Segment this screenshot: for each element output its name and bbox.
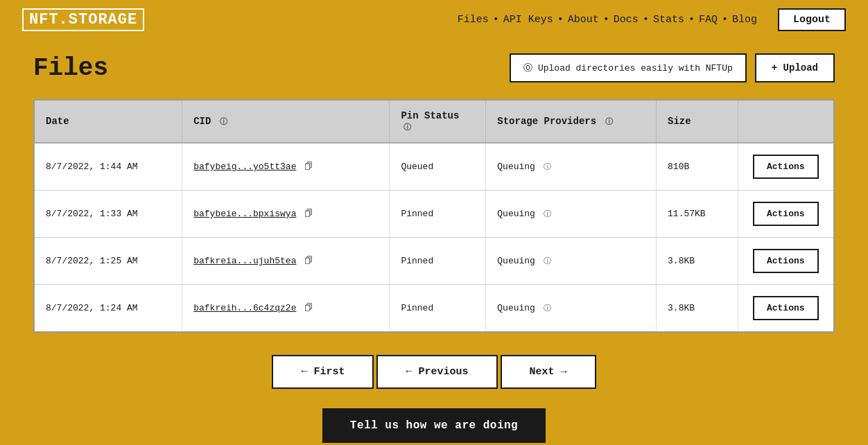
table-row: 8/7/2022, 1:44 AM bafybeig...yo5tt3ae 🗍 …	[34, 143, 834, 191]
col-header-size: Size	[657, 100, 738, 143]
nav-about[interactable]: About	[568, 14, 599, 26]
files-action-buttons: ⓪ Upload directories easily with NFTUp +…	[510, 53, 835, 82]
cell-actions-1: Actions	[738, 191, 834, 238]
queuing-info-icon-1[interactable]: ⓘ	[544, 209, 551, 219]
copy-icon-3[interactable]: 🗍	[304, 303, 313, 313]
cid-link-3[interactable]: bafkreih...6c4zqz2e	[193, 303, 296, 313]
feedback-bar: Tell us how we are doing	[33, 408, 835, 443]
cell-date-2: 8/7/2022, 1:25 AM	[34, 238, 182, 285]
main-nav: Files • API Keys • About • Docs • Stats …	[458, 8, 846, 31]
storage-info-icon[interactable]: ⓘ	[605, 116, 613, 127]
cell-cid-2: bafkreia...ujuh5tea 🗍	[182, 238, 390, 285]
cell-pin-2: Pinned	[390, 238, 486, 285]
cell-date-1: 8/7/2022, 1:33 AM	[34, 191, 182, 238]
nav-dot-6: •	[722, 14, 728, 26]
first-button[interactable]: ← First	[272, 355, 374, 389]
col-header-pin-status: Pin Status ⓘ	[390, 100, 486, 143]
cid-info-icon[interactable]: ⓘ	[220, 116, 227, 127]
files-table: Date CID ⓘ Pin Status ⓘ Storage Provider…	[33, 99, 835, 333]
cell-pin-3: Pinned	[390, 285, 486, 333]
nav-dot-5: •	[688, 14, 695, 26]
nav-dot-2: •	[557, 14, 564, 26]
pin-info-icon[interactable]: ⓘ	[403, 122, 411, 132]
cid-link-1[interactable]: bafybeie...bpxiswya	[193, 209, 296, 219]
cell-date-0: 8/7/2022, 1:44 AM	[34, 143, 182, 191]
cell-storage-3: Queuing ⓘ	[486, 285, 657, 333]
nav-faq[interactable]: FAQ	[699, 14, 718, 26]
next-button[interactable]: Next →	[501, 355, 596, 389]
cell-size-3: 3.8KB	[657, 285, 738, 333]
cell-actions-2: Actions	[738, 238, 834, 285]
nav-dot-3: •	[603, 14, 609, 26]
cell-actions-3: Actions	[738, 285, 834, 333]
table-row: 8/7/2022, 1:33 AM bafybeie...bpxiswya 🗍 …	[34, 191, 834, 238]
copy-icon-1[interactable]: 🗍	[304, 209, 313, 219]
logout-button[interactable]: Logout	[778, 8, 846, 31]
queuing-info-icon-2[interactable]: ⓘ	[544, 256, 551, 266]
col-header-storage-providers: Storage Providers ⓘ	[486, 100, 657, 143]
cell-cid-0: bafybeig...yo5tt3ae 🗍	[182, 143, 390, 191]
cell-actions-0: Actions	[738, 143, 834, 191]
actions-button-1[interactable]: Actions	[753, 202, 819, 226]
nav-docs[interactable]: Docs	[614, 14, 639, 26]
cell-cid-3: bafkreih...6c4zqz2e 🗍	[182, 285, 390, 333]
actions-button-3[interactable]: Actions	[753, 296, 819, 320]
site-logo: NFT.STORAGE	[22, 8, 144, 31]
upload-button[interactable]: + Upload	[755, 53, 835, 82]
cell-size-2: 3.8KB	[657, 238, 738, 285]
queuing-info-icon-3[interactable]: ⓘ	[544, 303, 551, 313]
col-header-cid: CID ⓘ	[182, 100, 390, 143]
cid-link-2[interactable]: bafkreia...ujuh5tea	[193, 256, 296, 266]
copy-icon-2[interactable]: 🗍	[304, 256, 313, 266]
nav-blog[interactable]: Blog	[732, 14, 757, 26]
table-row: 8/7/2022, 1:25 AM bafkreia...ujuh5tea 🗍 …	[34, 238, 834, 285]
nav-api-keys[interactable]: API Keys	[503, 14, 553, 26]
cell-cid-1: bafybeie...bpxiswya 🗍	[182, 191, 390, 238]
copy-icon-0[interactable]: 🗍	[304, 162, 313, 172]
table-row: 8/7/2022, 1:24 AM bafkreih...6c4zqz2e 🗍 …	[34, 285, 834, 333]
nav-files[interactable]: Files	[458, 14, 489, 26]
queuing-info-icon-0[interactable]: ⓘ	[544, 162, 551, 172]
cell-storage-1: Queuing ⓘ	[486, 191, 657, 238]
cell-size-1: 11.57KB	[657, 191, 738, 238]
actions-button-2[interactable]: Actions	[753, 249, 819, 273]
cell-storage-0: Queuing ⓘ	[486, 143, 657, 191]
cid-link-0[interactable]: bafybeig...yo5tt3ae	[193, 162, 296, 172]
page-title: Files	[33, 54, 108, 82]
files-header: Files ⓪ Upload directories easily with N…	[33, 53, 835, 82]
nav-stats[interactable]: Stats	[653, 14, 684, 26]
cell-pin-0: Queued	[390, 143, 486, 191]
nav-dot-4: •	[643, 14, 649, 26]
previous-button[interactable]: ← Previous	[376, 355, 497, 389]
pagination: ← First ← Previous Next →	[33, 355, 835, 389]
col-header-actions	[738, 100, 834, 143]
feedback-button[interactable]: Tell us how we are doing	[322, 408, 546, 443]
actions-button-0[interactable]: Actions	[753, 155, 819, 179]
cell-size-0: 810B	[657, 143, 738, 191]
cell-storage-2: Queuing ⓘ	[486, 238, 657, 285]
nftup-button[interactable]: ⓪ Upload directories easily with NFTUp	[510, 53, 747, 82]
col-header-date: Date	[34, 100, 182, 143]
cell-date-3: 8/7/2022, 1:24 AM	[34, 285, 182, 333]
cell-pin-1: Pinned	[390, 191, 486, 238]
nav-dot-1: •	[493, 14, 499, 26]
